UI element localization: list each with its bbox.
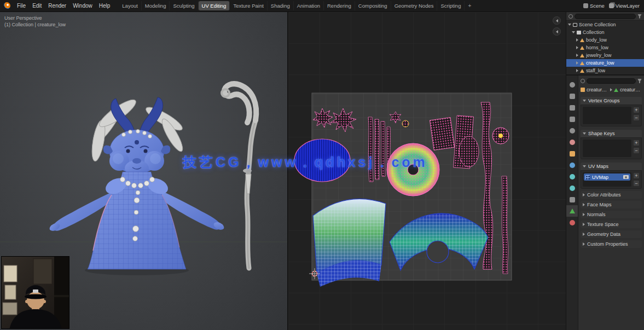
properties-tab-constraints[interactable]: [566, 194, 578, 205]
properties-tab-scene[interactable]: [566, 125, 578, 136]
tab-modeling[interactable]: Modeling: [142, 1, 170, 10]
add-button[interactable]: +: [633, 172, 640, 179]
disclosure-right-icon[interactable]: [576, 54, 578, 57]
section-label: Normals: [587, 212, 606, 217]
shape-keys-list-area[interactable]: [583, 140, 631, 157]
vertex-groups-list-area[interactable]: [583, 107, 631, 124]
properties-tab-output[interactable]: [566, 102, 578, 113]
tab-compositing[interactable]: Compositing: [355, 1, 391, 10]
properties-tab-physics[interactable]: [566, 182, 578, 194]
collection-icon: [577, 31, 581, 34]
scene-selector[interactable]: Scene: [583, 3, 605, 9]
menu-render[interactable]: Render: [45, 1, 69, 10]
add-button[interactable]: +: [633, 107, 640, 113]
outliner-label: Collection: [583, 30, 605, 35]
uv-editor-gizmo-button-top[interactable]: [553, 16, 561, 25]
section-face-maps[interactable]: Face Maps: [581, 201, 642, 209]
section-label: Face Maps: [587, 202, 612, 207]
disclosure-down-icon: [583, 165, 586, 167]
view-layer-selector[interactable]: ViewLayer: [609, 3, 640, 9]
properties-tab-render[interactable]: [566, 90, 578, 102]
outliner-row-object[interactable]: body_low: [566, 36, 644, 44]
add-button[interactable]: +: [633, 140, 640, 146]
tab-rendering[interactable]: Rendering: [324, 1, 355, 10]
view-layer-icon: [609, 3, 614, 8]
outliner-row-object[interactable]: jewelry_low: [566, 51, 644, 59]
webcam-video: [2, 257, 69, 329]
outliner-row-object[interactable]: staff_low: [566, 67, 644, 74]
search-icon[interactable]: [568, 14, 573, 19]
section-geometry-data[interactable]: Geometry Data: [581, 230, 642, 238]
disclosure-right-icon[interactable]: [576, 38, 578, 42]
outliner-label: staff_low: [586, 68, 605, 73]
wrench-icon: [570, 163, 575, 168]
object-icon: [581, 88, 585, 92]
tab-uv-editing[interactable]: UV Editing: [199, 1, 230, 10]
properties-tab-material[interactable]: [566, 217, 578, 228]
outliner-row-object-selected[interactable]: creature_low: [566, 59, 644, 67]
blender-logo-icon[interactable]: [3, 2, 10, 9]
filter-icon[interactable]: [637, 14, 642, 19]
section-normals[interactable]: Normals: [581, 211, 642, 218]
properties-tab-object[interactable]: [566, 148, 578, 159]
tool-icon: [570, 82, 575, 88]
physics-icon: [570, 186, 575, 191]
outliner-search-input[interactable]: [575, 14, 636, 19]
menu-help[interactable]: Help: [96, 1, 114, 10]
tab-scripting[interactable]: Scripting: [437, 1, 465, 10]
disclosure-right-icon[interactable]: [576, 69, 578, 72]
outliner-row-object[interactable]: horns_low: [566, 44, 644, 51]
uv-island-blocks: [430, 118, 454, 150]
remove-button[interactable]: −: [633, 114, 640, 121]
section-custom-properties[interactable]: Custom Properties: [581, 240, 642, 248]
tab-shading[interactable]: Shading: [268, 1, 294, 10]
breadcrumb-object-name[interactable]: creature_low: [587, 87, 608, 92]
outliner-label: horns_low: [586, 45, 608, 50]
menu-window[interactable]: Window: [69, 1, 96, 10]
staff-model: [222, 84, 256, 268]
tab-geometry-nodes[interactable]: Geometry Nodes: [391, 1, 438, 10]
tab-layout[interactable]: Layout: [119, 1, 142, 10]
search-icon[interactable]: [581, 79, 585, 83]
uv-map-row-selected[interactable]: UVMap: [584, 173, 630, 181]
properties-tab-world[interactable]: [566, 136, 578, 148]
properties-tab-particles[interactable]: [566, 171, 578, 182]
chevron-right-icon: [610, 88, 612, 91]
disclosure-right-icon[interactable]: [576, 46, 578, 49]
mesh-data-icon: [570, 209, 575, 213]
uv-grid-icon: [585, 175, 590, 180]
section-label: Vertex Groups: [588, 98, 620, 103]
disclosure-down-icon[interactable]: [568, 24, 571, 26]
properties-search-input[interactable]: [587, 78, 636, 84]
uv-maps-list: UVMap + −: [581, 170, 642, 189]
tab-texture-paint[interactable]: Texture Paint: [230, 1, 267, 10]
watermark-text: 技艺CG，www．qdhxsj．com: [183, 153, 428, 171]
tab-animation[interactable]: Animation: [294, 1, 324, 10]
properties-tab-tool[interactable]: [566, 79, 578, 90]
scene-icon: [570, 128, 575, 134]
section-shape-keys[interactable]: Shape Keys: [581, 130, 642, 137]
menu-edit[interactable]: Edit: [29, 1, 45, 10]
section-vertex-groups[interactable]: Vertex Groups: [581, 97, 642, 105]
outliner-row-collection[interactable]: Collection: [566, 28, 644, 36]
disclosure-down-icon[interactable]: [572, 31, 575, 33]
properties-tab-modifiers[interactable]: [566, 159, 578, 171]
breadcrumb-data-name[interactable]: creature_low: [620, 87, 642, 92]
uv-editor-gizmo-button-bottom[interactable]: [553, 27, 561, 36]
filter-icon[interactable]: [637, 79, 642, 83]
remove-button[interactable]: −: [633, 180, 640, 187]
properties-tab-object-data[interactable]: [566, 205, 578, 217]
properties-tab-view-layer[interactable]: [566, 113, 578, 125]
section-texture-space[interactable]: Texture Space: [581, 221, 642, 228]
disclosure-right-icon[interactable]: [576, 61, 578, 65]
camera-render-icon[interactable]: [623, 175, 629, 179]
section-uv-maps[interactable]: UV Maps: [581, 163, 642, 170]
uv-maps-list-area: UVMap: [583, 172, 631, 187]
remove-button[interactable]: −: [633, 147, 640, 154]
outliner-row-scene-collection[interactable]: Scene Collection: [566, 21, 644, 28]
section-color-attributes[interactable]: Color Attributes: [581, 191, 642, 199]
list-buttons: + −: [633, 138, 641, 159]
add-workspace-button[interactable]: +: [465, 2, 474, 10]
tab-sculpting[interactable]: Sculpting: [170, 1, 198, 10]
menu-file[interactable]: File: [14, 1, 29, 10]
